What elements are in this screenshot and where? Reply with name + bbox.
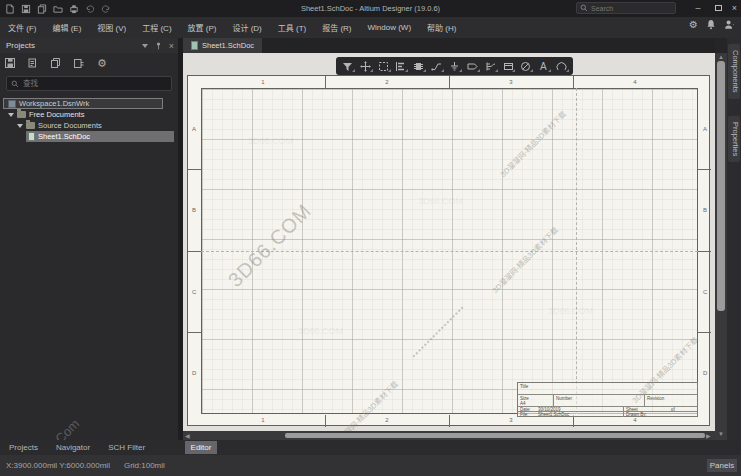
tab-properties[interactable]: Properties bbox=[728, 116, 740, 162]
menu-design[interactable]: 设计 (D) bbox=[224, 17, 269, 38]
expand-icon[interactable] bbox=[8, 113, 14, 117]
filter-button[interactable] bbox=[339, 59, 356, 73]
panels-button[interactable]: Panels bbox=[707, 459, 737, 472]
dropdown-icon[interactable] bbox=[142, 44, 148, 48]
zone-tick bbox=[325, 76, 326, 88]
tree-item-source-documents[interactable]: Source Documents bbox=[0, 120, 178, 131]
zone-row-label: C bbox=[192, 289, 196, 295]
open-icon[interactable] bbox=[53, 4, 63, 14]
horizontal-scrollbar-thumb[interactable] bbox=[285, 433, 705, 438]
settings-icon[interactable]: ⚙ bbox=[96, 57, 108, 69]
place-power-port-button[interactable] bbox=[446, 59, 463, 73]
power-port-icon bbox=[449, 61, 460, 72]
tab-projects[interactable]: Projects bbox=[0, 443, 47, 452]
undo-icon[interactable] bbox=[85, 4, 95, 14]
projects-search-input[interactable] bbox=[23, 79, 158, 88]
documents-icon[interactable] bbox=[50, 57, 62, 69]
tree-item-sheet1[interactable]: Sheet1.SchDoc bbox=[26, 131, 174, 142]
projects-search-box[interactable] bbox=[6, 76, 172, 91]
menu-help[interactable]: 帮助 (H) bbox=[419, 17, 464, 38]
tab-sch-filter[interactable]: SCH Filter bbox=[99, 443, 154, 452]
zone-tick bbox=[188, 332, 201, 333]
redo-icon[interactable] bbox=[101, 4, 111, 14]
zone-column-label: 4 bbox=[633, 79, 636, 85]
tree-item-workspace[interactable]: Workspace1.DsnWrk bbox=[3, 98, 163, 109]
tree-item-label: Workspace1.DsnWrk bbox=[19, 99, 89, 108]
vertical-scrollbar-thumb[interactable] bbox=[717, 61, 725, 311]
menu-tools[interactable]: 工具 (T) bbox=[270, 17, 314, 38]
dashed-grid-line bbox=[576, 88, 577, 414]
file-value: Sheet1.SchDoc bbox=[536, 412, 623, 417]
save-icon[interactable] bbox=[21, 4, 31, 14]
menu-place[interactable]: 放置 (P) bbox=[180, 17, 225, 38]
minimize-button[interactable]: – bbox=[688, 0, 708, 16]
close-button[interactable]: × bbox=[728, 0, 741, 16]
place-wire-button[interactable] bbox=[428, 59, 445, 73]
place-arc-button[interactable] bbox=[553, 59, 570, 73]
menu-project[interactable]: 工程 (C) bbox=[134, 17, 179, 38]
workspace-icon bbox=[8, 100, 16, 108]
move-button[interactable] bbox=[357, 59, 374, 73]
save-icon[interactable] bbox=[4, 57, 16, 69]
place-part-button[interactable] bbox=[410, 59, 427, 73]
notifications-bell-icon[interactable] bbox=[706, 19, 716, 30]
schematic-canvas[interactable]: 1 2 3 4 1 2 3 4 A B C D A B C D bbox=[183, 53, 715, 440]
projects-panel-header: Projects × bbox=[0, 38, 178, 53]
search-input[interactable] bbox=[591, 5, 671, 12]
selection-icon bbox=[378, 61, 389, 72]
search-icon bbox=[11, 80, 19, 88]
harness-icon bbox=[485, 61, 496, 72]
tree-item-free-documents[interactable]: Free Documents bbox=[0, 109, 178, 120]
print-icon[interactable] bbox=[69, 4, 79, 14]
maximize-button[interactable] bbox=[708, 0, 728, 16]
menu-window[interactable]: Window (W) bbox=[360, 17, 420, 38]
align-button[interactable] bbox=[393, 59, 410, 73]
zone-column-label: 3 bbox=[509, 417, 512, 423]
place-net-label-button[interactable] bbox=[464, 59, 481, 73]
size-cell: Size A4 bbox=[518, 395, 554, 406]
zone-row-label: D bbox=[192, 370, 196, 376]
no-erc-icon bbox=[520, 61, 531, 72]
menu-file[interactable]: 文件 (F) bbox=[0, 17, 44, 38]
scroll-up-icon[interactable]: ▲ bbox=[718, 54, 724, 60]
menu-edit[interactable]: 编辑 (E) bbox=[44, 17, 89, 38]
zone-tick bbox=[325, 415, 326, 427]
global-search-box[interactable] bbox=[576, 2, 676, 14]
document-tab-sheet1[interactable]: Sheet1.SchDoc bbox=[183, 38, 262, 53]
refresh-icon[interactable] bbox=[73, 57, 85, 69]
expand-icon[interactable] bbox=[17, 124, 23, 128]
tab-components[interactable]: Components bbox=[728, 44, 740, 99]
place-sheet-symbol-button[interactable] bbox=[500, 59, 517, 73]
tab-navigator[interactable]: Navigator bbox=[47, 443, 99, 452]
place-wire-icon bbox=[431, 61, 442, 72]
compile-icon[interactable] bbox=[27, 57, 39, 69]
zone-column-label: 4 bbox=[633, 417, 636, 423]
place-text-button[interactable]: A bbox=[535, 59, 552, 73]
number-label: Number bbox=[554, 395, 645, 406]
editor-mode-button[interactable]: Editor bbox=[185, 441, 217, 454]
scroll-down-icon[interactable]: ▼ bbox=[718, 431, 724, 437]
scroll-right-icon[interactable]: ▶ bbox=[706, 432, 711, 439]
scroll-left-icon[interactable]: ◀ bbox=[185, 432, 190, 439]
selection-button[interactable] bbox=[375, 59, 392, 73]
maximize-icon bbox=[715, 5, 722, 11]
menu-reports[interactable]: 报告 (R) bbox=[314, 17, 359, 38]
horizontal-scrollbar[interactable]: ◀ ▶ bbox=[183, 431, 715, 440]
status-bar: X:3900.000mil Y:6000.000mil Grid:100mil bbox=[0, 455, 741, 476]
new-document-icon[interactable] bbox=[5, 4, 15, 14]
settings-gear-icon[interactable]: ⚙ bbox=[689, 20, 698, 30]
place-harness-button[interactable] bbox=[482, 59, 499, 73]
schematic-sheet[interactable]: 1 2 3 4 1 2 3 4 A B C D A B C D bbox=[187, 75, 710, 426]
net-label-icon bbox=[467, 61, 478, 72]
pin-icon[interactable] bbox=[154, 41, 163, 51]
zone-row-label: C bbox=[703, 289, 707, 295]
vertical-scrollbar[interactable]: ▲ ▼ bbox=[715, 53, 727, 440]
user-account-icon[interactable] bbox=[724, 19, 735, 30]
menu-view[interactable]: 视图 (V) bbox=[89, 17, 134, 38]
title-bar: Sheet1.SchDoc - Altium Designer (19.0.6)… bbox=[0, 0, 741, 17]
copy-icon[interactable] bbox=[37, 4, 47, 14]
place-no-erc-button[interactable] bbox=[517, 59, 534, 73]
zone-tick bbox=[188, 169, 201, 170]
zone-tick bbox=[573, 76, 574, 88]
close-icon[interactable]: × bbox=[169, 41, 174, 51]
